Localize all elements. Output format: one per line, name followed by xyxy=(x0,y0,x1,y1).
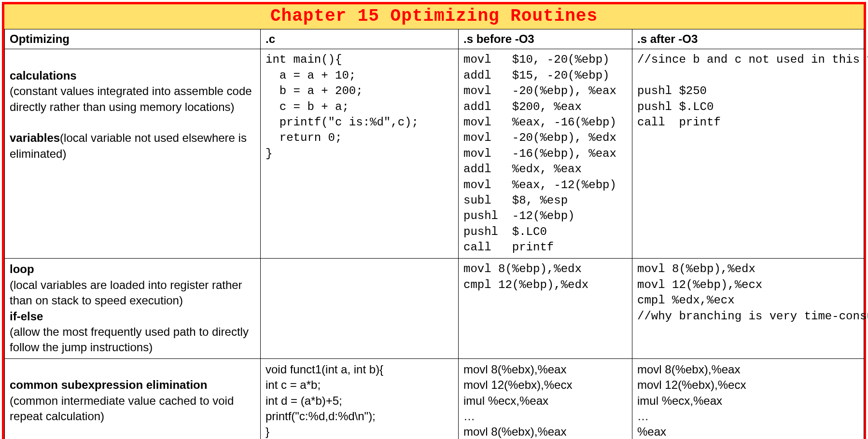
desc-text: (constant values integrated into assembl… xyxy=(10,84,252,113)
desc-text: (local variables are loaded into registe… xyxy=(10,278,242,307)
header-c: .c xyxy=(261,29,459,49)
desc-bold: common subexpression elimination xyxy=(10,378,207,391)
table-row: loop (local variables are loaded into re… xyxy=(5,259,864,358)
cell-after: movl 8(%ebx),%eax movl 12(%ebx),%ecx imu… xyxy=(632,358,864,439)
cell-before: movl 8(%ebp),%edx cmpl 12(%ebp),%edx xyxy=(459,259,632,358)
desc-text: (allow the most frequently used path to … xyxy=(10,325,249,354)
cell-before: movl $10, -20(%ebp) addl $15, -20(%ebp) … xyxy=(459,49,632,259)
cell-optimizing: common subexpression elimination (common… xyxy=(5,358,261,439)
desc-bold: loop xyxy=(10,262,34,275)
cell-before: movl 8(%ebx),%eax movl 12(%ebx),%ecx imu… xyxy=(459,358,632,439)
cell-optimizing: loop (local variables are loaded into re… xyxy=(5,259,261,358)
desc-text: (common intermediate value cached to voi… xyxy=(10,394,234,423)
header-before: .s before -O3 xyxy=(459,29,632,49)
optimizing-table: Optimizing .c .s before -O3 .s after -O3… xyxy=(4,29,864,439)
header-after: .s after -O3 xyxy=(632,29,864,49)
cell-c-code: void funct1(int a, int b){ int c = a*b; … xyxy=(261,358,459,439)
table-row: common subexpression elimination (common… xyxy=(5,358,864,439)
cell-optimizing: calculations (constant values integrated… xyxy=(5,49,261,259)
desc-bold: variables xyxy=(10,131,60,144)
cell-c-code: int main(){ a = a + 10; b = a + 200; c =… xyxy=(261,49,459,259)
table-row: calculations (constant values integrated… xyxy=(5,49,864,259)
header-optimizing: Optimizing xyxy=(5,29,261,49)
desc-bold: if-else xyxy=(10,310,43,323)
chapter-table-frame: Chapter 15 Optimizing Routines Optimizin… xyxy=(2,2,866,439)
desc-bold: calculations xyxy=(10,69,77,82)
cell-after: movl 8(%ebp),%edx movl 12(%ebp),%ecx cmp… xyxy=(632,259,864,358)
cell-c-code xyxy=(261,259,459,358)
cell-after: //since b and c not used in this functio… xyxy=(632,49,864,259)
chapter-title: Chapter 15 Optimizing Routines xyxy=(4,4,864,29)
